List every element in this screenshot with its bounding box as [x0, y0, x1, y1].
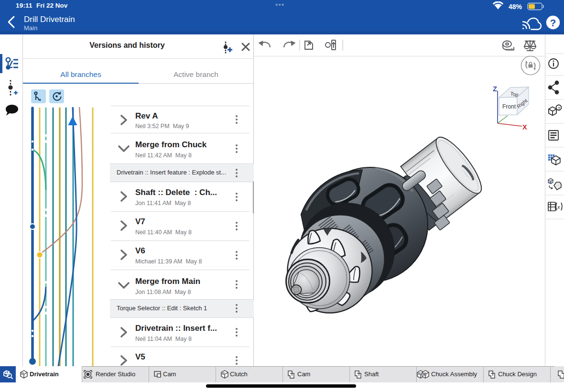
svg-text:box: box: [548, 182, 552, 184]
svg-text:?: ?: [550, 17, 556, 28]
svg-text:Front: Front: [502, 103, 516, 110]
svg-text:x: x: [557, 204, 560, 210]
svg-text:48%: 48%: [509, 3, 522, 11]
svg-text:X: X: [522, 123, 527, 131]
svg-text:Z: Z: [493, 85, 497, 93]
svg-text:?: ?: [558, 106, 560, 110]
